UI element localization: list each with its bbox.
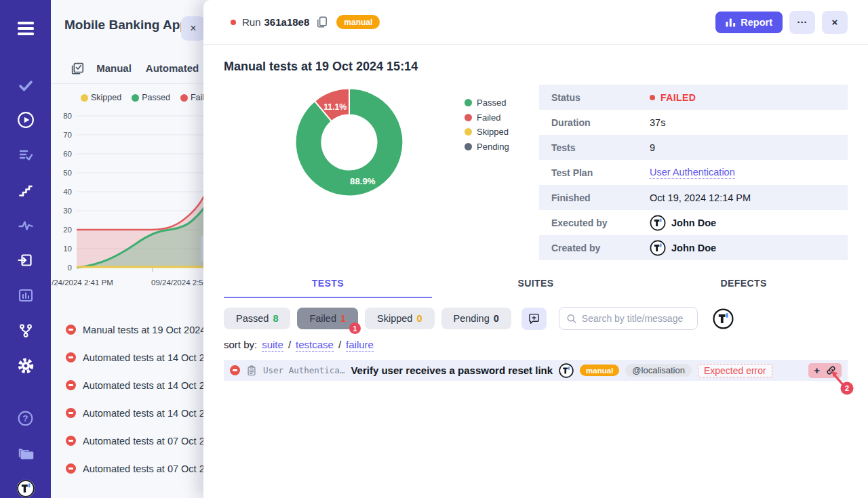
- donut-legend: Passed Failed Skipped Pending: [427, 85, 539, 154]
- filter-passed-button[interactable]: Passed8: [224, 308, 290, 329]
- donut-chart-zone: 11.1% 88.9%: [224, 85, 427, 203]
- more-options-button[interactable]: ···: [789, 11, 815, 34]
- sort-by-failure-link[interactable]: failure: [346, 339, 374, 352]
- failed-dot-icon: [465, 114, 472, 121]
- close-icon: ×: [190, 22, 196, 35]
- svg-text:60: 60: [63, 150, 72, 158]
- failed-run-icon: [66, 436, 76, 446]
- tab-tests[interactable]: TESTS: [224, 278, 432, 298]
- copy-run-id-button[interactable]: [315, 16, 328, 28]
- search-input[interactable]: [582, 313, 690, 324]
- results-tabs: TESTS SUITES DEFECTS: [224, 278, 848, 298]
- run-list-item[interactable]: Automated tests at 07 Oct 2: [66, 455, 205, 482]
- filter-pending-button[interactable]: Pending0: [441, 308, 511, 329]
- avatar: [650, 215, 666, 231]
- sidebar-item-settings[interactable]: [16, 356, 35, 375]
- svg-text:80: 80: [63, 112, 72, 120]
- project-panel-tabs: Manual Automated: [51, 53, 205, 84]
- tab-defects[interactable]: DEFECTS: [639, 278, 848, 298]
- test-title[interactable]: Verify user receives a password reset li…: [351, 365, 553, 376]
- filter-failed-button[interactable]: Failed1 1: [297, 308, 358, 329]
- svg-text:?: ?: [22, 413, 28, 423]
- status-badge: FAILED: [660, 92, 696, 103]
- report-button[interactable]: Report: [715, 12, 783, 33]
- pending-dot-icon: [465, 143, 472, 150]
- run-list-item[interactable]: Automated tests at 14 Oct 2: [66, 371, 205, 399]
- run-list-item[interactable]: Automated tests at 07 Oct 2: [66, 427, 205, 455]
- test-result-row[interactable]: User Authentica… Verify user receives a …: [224, 360, 848, 381]
- tab-suites[interactable]: SUITES: [432, 278, 640, 298]
- filter-skipped-button[interactable]: Skipped0: [365, 308, 434, 329]
- run-list-item[interactable]: Automated tests at 14 Oct 2: [66, 399, 205, 427]
- svg-text:0: 0: [68, 264, 72, 272]
- sidebar-item-analytics[interactable]: [16, 216, 35, 235]
- close-icon: ×: [832, 16, 838, 28]
- failed-run-icon: [66, 325, 76, 335]
- run-list-item[interactable]: Automated tests at 14 Oct 2: [66, 344, 205, 371]
- sort-bar: sort by: suite / testcase / failure: [224, 339, 848, 352]
- project-panel-close-button[interactable]: ×: [181, 16, 205, 41]
- suite-name[interactable]: User Authentica…: [263, 365, 344, 375]
- failed-dot-icon: [650, 95, 655, 100]
- results-donut-chart: 11.1% 88.9%: [292, 85, 407, 200]
- test-type-badge: manual: [580, 365, 619, 376]
- sidebar-item-milestones[interactable]: [16, 181, 35, 200]
- summary-row-created-by: Created by John Doe: [539, 235, 848, 260]
- sort-by-suite-link[interactable]: suite: [262, 339, 283, 352]
- search-box: [559, 307, 698, 330]
- workspace-logo[interactable]: [16, 479, 35, 498]
- test-plan-link[interactable]: User Authentication: [650, 167, 735, 179]
- svg-text:/24/2024 2:41 PM: /24/2024 2:41 PM: [52, 278, 113, 287]
- select-runs-icon[interactable]: [70, 61, 85, 76]
- sidebar-item-branches[interactable]: [16, 321, 35, 340]
- summary-row-tests: Tests 9: [539, 135, 848, 160]
- skipped-dot-icon: [465, 128, 472, 136]
- add-button[interactable]: +: [814, 365, 820, 375]
- error-message[interactable]: Expected error: [698, 364, 772, 377]
- test-tag[interactable]: @localisation: [625, 364, 692, 377]
- sidebar-item-reports[interactable]: [16, 286, 35, 305]
- menu-button[interactable]: [16, 19, 35, 38]
- svg-text:11.1%: 11.1%: [323, 102, 347, 112]
- tab-manual[interactable]: Manual: [85, 62, 143, 74]
- app-sidebar: ?: [0, 0, 51, 498]
- summary-row-duration: Duration 37s: [539, 110, 848, 135]
- run-list-item[interactable]: Manual tests at 19 Oct 2024: [66, 316, 205, 344]
- legend-passed: Passed: [132, 93, 170, 102]
- run-list: Manual tests at 19 Oct 2024 Automated te…: [51, 305, 205, 482]
- sort-by-testcase-link[interactable]: testcase: [296, 339, 334, 352]
- legend-passed: Passed: [465, 96, 539, 110]
- sidebar-item-projects[interactable]: [16, 444, 35, 463]
- logo-icon: [16, 477, 35, 498]
- sidebar-item-runs[interactable]: [16, 111, 35, 130]
- summary-row-status: Status FAILED: [539, 85, 848, 110]
- runs-history-chart: 80 70 60 50 40 30 20 10 0 /24/2024 2:41 …: [51, 105, 205, 305]
- run-status-dot-icon: [231, 20, 236, 25]
- close-drawer-button[interactable]: ×: [822, 11, 848, 34]
- legend-failed: Failed: [180, 93, 205, 102]
- user-avatar[interactable]: [713, 308, 734, 329]
- run-type-badge: manual: [336, 15, 380, 29]
- svg-text:70: 70: [63, 131, 72, 139]
- sidebar-item-help[interactable]: ?: [16, 409, 35, 428]
- git-branch-icon: [18, 323, 34, 339]
- link-icon[interactable]: [826, 365, 836, 375]
- sidebar-item-tests[interactable]: [16, 76, 35, 95]
- project-panel: Mobile Banking App × Manual Automated Sk…: [51, 0, 205, 498]
- run-header-actions: Report ··· ×: [715, 11, 848, 34]
- sidebar-item-plans[interactable]: [16, 146, 35, 165]
- tab-automated[interactable]: Automated: [143, 62, 201, 74]
- add-comment-button[interactable]: [521, 308, 547, 330]
- svg-text:20: 20: [63, 226, 72, 234]
- sidebar-item-import[interactable]: [16, 251, 35, 270]
- summary-row-finished: Finished Oct 19, 2024 12:14 PM: [539, 185, 848, 210]
- legend-skipped: Skipped: [81, 93, 121, 102]
- failed-test-icon: [230, 365, 240, 375]
- filters-toolbar: Passed8 Failed1 1 Skipped0 Pending0: [224, 307, 848, 330]
- ellipsis-icon: ···: [797, 16, 808, 28]
- search-icon: [566, 313, 577, 325]
- annotation-badge-2: 2: [845, 384, 849, 392]
- report-chart-icon: [726, 18, 736, 27]
- svg-text:88.9%: 88.9%: [350, 176, 376, 186]
- svg-text:09/24/2024 2:54 PM: 09/24/2024 2:54 PM: [151, 278, 205, 287]
